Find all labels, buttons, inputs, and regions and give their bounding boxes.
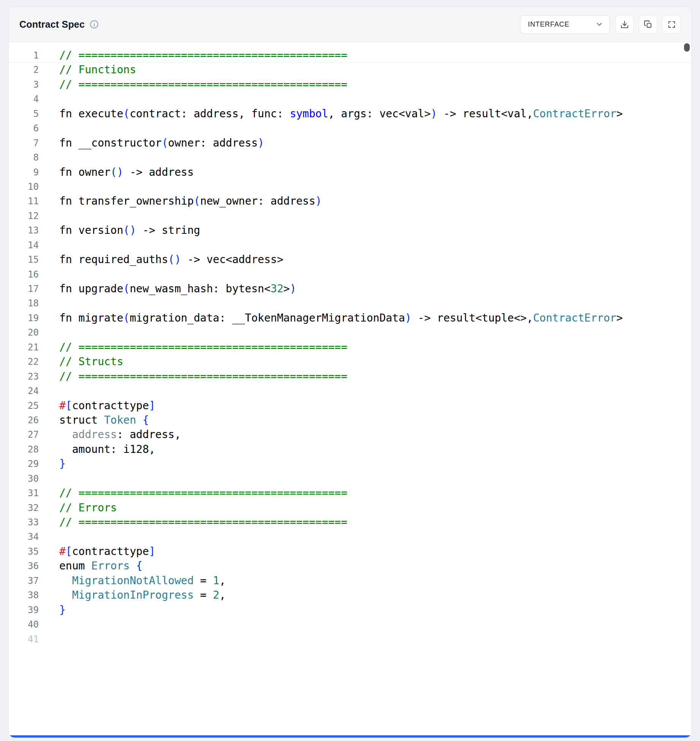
code-text	[39, 268, 59, 281]
line-number: 4	[9, 92, 39, 106]
line-number: 22	[9, 355, 39, 369]
line-number: 21	[9, 340, 39, 355]
line-number: 9	[9, 165, 39, 180]
code-text: }	[39, 604, 66, 616]
code-text	[39, 93, 59, 105]
code-line: 8	[9, 150, 691, 165]
line-number: 35	[9, 544, 39, 559]
code-line: 39}	[9, 603, 691, 617]
vertical-scrollbar[interactable]	[684, 43, 690, 733]
line-number: 30	[9, 471, 39, 486]
code-line: 16	[9, 267, 691, 282]
line-number: 1	[9, 48, 39, 63]
contract-spec-panel: Contract Spec INTERFACE	[8, 6, 692, 738]
code-line: 26struct Token {	[9, 413, 691, 427]
line-number: 14	[9, 238, 39, 252]
code-line: 30	[9, 471, 691, 486]
code-text: // =====================================…	[39, 516, 348, 528]
download-icon	[620, 20, 629, 29]
code-text: // =====================================…	[39, 370, 348, 383]
code-line: 19fn migrate(migration_data: __TokenMana…	[9, 311, 691, 325]
line-number: 20	[9, 325, 39, 340]
download-button[interactable]	[615, 15, 634, 33]
code-line: 36enum Errors {	[9, 559, 691, 573]
line-number: 16	[9, 267, 39, 282]
code-text	[39, 618, 59, 631]
code-line: 1// ====================================…	[9, 48, 691, 63]
code-line: 24	[9, 384, 691, 398]
code-line: 17fn upgrade(new_wasm_hash: bytesn<32>)	[9, 282, 691, 296]
code-line: 5fn execute(contract: address, func: sym…	[9, 107, 691, 121]
fullscreen-button[interactable]	[662, 15, 681, 33]
code-text: fn __constructor(owner: address)	[39, 137, 264, 149]
code-text: amount: i128,	[39, 443, 155, 456]
code-line: 15fn required_auths() -> vec<address>	[9, 252, 691, 267]
code-line: 12	[9, 209, 691, 223]
code-text: // Functions	[39, 63, 136, 76]
line-number: 24	[9, 384, 39, 398]
panel-accent-bar	[9, 735, 691, 738]
code-text	[39, 472, 59, 485]
line-number: 10	[9, 180, 39, 194]
code-line: 4	[9, 92, 691, 106]
code-text: fn required_auths() -> vec<address>	[39, 253, 283, 266]
code-text: fn upgrade(new_wasm_hash: bytesn<32>)	[39, 282, 296, 295]
line-number: 17	[9, 282, 39, 296]
line-number: 11	[9, 194, 39, 208]
header-left: Contract Spec	[19, 19, 99, 30]
line-number: 37	[9, 574, 39, 588]
line-number: 23	[9, 369, 39, 384]
code-text: // Structs	[39, 355, 123, 368]
line-number: 15	[9, 252, 39, 267]
line-number: 27	[9, 427, 39, 442]
line-number: 36	[9, 559, 39, 573]
fullscreen-icon	[667, 20, 676, 29]
copy-button[interactable]	[639, 15, 657, 33]
line-number: 12	[9, 209, 39, 223]
code-text	[39, 530, 59, 543]
code-text	[39, 326, 59, 339]
code-text: fn migrate(migration_data: __TokenManage…	[39, 312, 623, 324]
line-number: 32	[9, 501, 39, 515]
code-text: fn execute(contract: address, func: symb…	[39, 107, 623, 120]
line-number: 33	[9, 515, 39, 530]
code-text: #[contracttype]	[39, 545, 155, 558]
code-text	[39, 239, 59, 251]
info-icon[interactable]	[89, 19, 99, 29]
line-number: 6	[9, 121, 39, 136]
code-line: 38 MigrationInProgress = 2,	[9, 588, 691, 602]
code-line: 11fn transfer_ownership(new_owner: addre…	[9, 194, 691, 208]
code-text	[39, 180, 59, 193]
code-line: 7fn __constructor(owner: address)	[9, 136, 691, 150]
code-text	[39, 210, 59, 222]
line-number: 31	[9, 486, 39, 500]
line-number: 40	[9, 617, 39, 632]
line-number: 28	[9, 442, 39, 457]
scrollbar-thumb[interactable]	[684, 43, 690, 52]
copy-icon	[644, 20, 653, 29]
code-line: 31// ===================================…	[9, 486, 691, 500]
code-line: 6	[9, 121, 691, 136]
code-text: // =====================================…	[39, 78, 348, 91]
code-text	[39, 122, 59, 134]
code-text	[39, 151, 59, 164]
line-number: 18	[9, 296, 39, 311]
line-number: 5	[9, 107, 39, 121]
code-text: fn owner() -> address	[39, 166, 194, 178]
code-line: 28 amount: i128,	[9, 442, 691, 457]
code-line: 13fn version() -> string	[9, 223, 691, 238]
line-number: 13	[9, 223, 39, 238]
code-text: MigrationInProgress = 2,	[39, 589, 226, 601]
code-line: 9fn owner() -> address	[9, 165, 691, 180]
code-viewer[interactable]: 1// ====================================…	[9, 42, 691, 738]
code-line: 33// ===================================…	[9, 515, 691, 530]
header-actions: INTERFACE	[520, 15, 681, 34]
code-line: 37 MigrationNotAllowed = 1,	[9, 574, 691, 588]
code-line: 27 address: address,	[9, 427, 691, 442]
line-number: 2	[9, 63, 39, 77]
code-line: 18	[9, 296, 691, 311]
code-line: 32// Errors	[9, 501, 691, 515]
code-text	[39, 297, 59, 309]
view-dropdown[interactable]: INTERFACE	[520, 15, 610, 34]
view-dropdown-value: INTERFACE	[528, 20, 569, 28]
